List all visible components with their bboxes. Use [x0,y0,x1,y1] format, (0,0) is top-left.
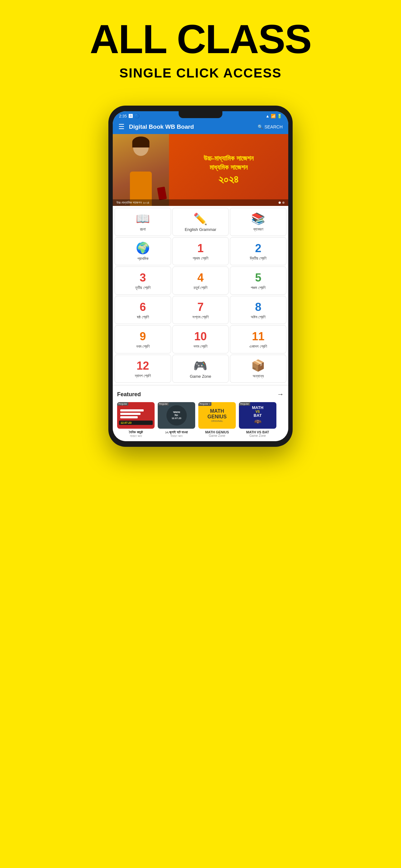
menu-icon[interactable]: ☰ [119,123,125,131]
banner-caption-text: উচ্চ-মাধ্যামিক সাজেশন ২০২৪ [116,200,149,205]
class6-icon: 6 [140,302,146,313]
rachana-label: রচনা [140,227,146,232]
headline: ALL CLASS [90,19,311,59]
card4-title: MATH VS BAT [239,430,276,434]
regular-badge-4: Regular [239,402,250,406]
banner-image [113,134,169,206]
card1-title: দৈনিক কারেন্ট [117,430,155,434]
featured-card-july[interactable]: Regular আজকেরদিনে12.07.23 ১২ জুলাই ঘটে য… [158,402,195,438]
grid-item-class7[interactable]: 7 সপ্তম শ্রেণি [172,296,229,324]
card4-subtitle: Game Zone [239,434,276,437]
class2-label: দ্বিতীয় শ্রেণি [250,256,267,261]
grid-item-class1[interactable]: 1 প্রথম শ্রেণি [172,237,229,265]
featured-section: Featured → Regular 12.07.23 [113,386,288,441]
search-label: SEARCH [265,124,282,129]
class2-icon: 2 [255,243,261,254]
mvb-math-text: MATH [252,406,264,410]
grid-item-other[interactable]: 📦 অন্যান্য [230,354,287,383]
gamezone-label: Game Zone [190,374,211,379]
grid-item-class12[interactable]: 12 দ্বাদশ শ্রেণি [114,354,171,383]
search-button[interactable]: 🔍 SEARCH [258,124,282,129]
class6-label: ষষ্ঠ শ্রেণি [137,315,149,320]
featured-card-math-genius[interactable]: Regular ৩ MATHGENIUS ORIGINAL MATH GENIU… [198,402,236,438]
featured-title: Featured [117,391,141,398]
byakaran-label: ব্যাকরণ [253,227,263,232]
math-genius-text: MATHGENIUS [207,408,226,419]
class10-icon: 10 [194,331,207,342]
grid-item-rachana[interactable]: 📖 রচনা [114,208,171,236]
location-icon: 🔵 [135,114,140,118]
featured-header: Featured → [117,390,284,398]
class9-icon: 9 [140,331,146,342]
english-grammar-icon: ✏️ [193,213,207,225]
mvb-bat-text: BAT [254,413,262,418]
class7-icon: 7 [197,302,204,313]
class4-icon: 4 [197,272,204,283]
class5-icon: 5 [255,272,261,283]
banner-text-area: উচ্চ-মাধ্যামিক সাজেশন মাধ্যমিক সাজেশন ২০… [169,151,288,189]
class3-icon: 3 [140,272,146,283]
banner-text-2: মাধ্যমিক সাজেশন [174,163,283,172]
grid-item-byakaran[interactable]: 📚 ব্যাকরণ [230,208,287,236]
banner-caption-bar: উচ্চ-মাধ্যামিক সাজেশন ২০২৪ [113,199,288,206]
featured-card-math-vs-bat[interactable]: Regular MATH VS BAT 🦇 MATH VS BAT Game Z… [239,402,276,438]
class4-label: চতুর্থ শ্রেণি [194,285,208,290]
other-label: অন্যান্য [253,374,264,379]
card2-title: ১২ জুলাই ঘটে যাওয়া [158,430,195,434]
phone-notch [179,111,222,118]
gamezone-icon: 🎮 [193,360,207,372]
notification-icon: 🅰 [129,114,133,118]
class11-label: একাদশ শ্রেণি [249,344,267,349]
card1-date: 12.07.23 [119,421,153,425]
featured-arrow[interactable]: → [277,390,284,398]
banner-text-1: উচ্চ-মাধ্যামিক সাজেশন [174,154,283,163]
regular-badge-2: Regular [158,402,169,406]
prathomik-label: প্রাথমিক [137,256,148,261]
grid-item-class5[interactable]: 5 পঞ্চম শ্রেণি [230,267,287,294]
subheadline: SINGLE CLICK ACCESS [119,66,281,81]
grid-item-class6[interactable]: 6 ষষ্ঠ শ্রেণি [114,296,171,324]
app-bar: ☰ Digital Book WB Board 🔍 SEARCH [113,120,288,134]
grid-item-class10[interactable]: 10 দশম শ্রেণি [172,325,229,353]
grid-item-english-grammar[interactable]: ✏️ English Grammar [172,208,229,236]
july-inner: আজকেরদিনে12.07.23 [166,405,187,426]
class5-label: পঞ্চম শ্রেণি [251,285,265,290]
rachana-icon: 📖 [136,213,150,224]
card3-subtitle: Game Zone [198,434,236,437]
wifi-icon: ▲ [265,114,269,118]
banner-dots [278,202,285,204]
class1-icon: 1 [197,243,204,254]
featured-card-daily-current[interactable]: Regular 12.07.23 দৈনিক কারেন্ট সাধারণ জ্… [117,402,155,438]
featured-list: Regular 12.07.23 দৈনিক কারেন্ট সাধারণ জ্… [117,402,284,438]
status-time: 2:35 [119,114,127,118]
class11-icon: 11 [252,331,265,342]
other-icon: 📦 [251,360,265,371]
class7-label: সপ্তম শ্রেণি [192,315,209,320]
class12-label: দ্বাদশ শ্রেণি [135,373,151,378]
english-grammar-label: English Grammar [185,227,216,232]
grid-item-class2[interactable]: 2 দ্বিতীয় শ্রেণি [230,237,287,265]
grid-item-gamezone[interactable]: 🎮 Game Zone [172,354,229,383]
grid-item-class3[interactable]: 3 তৃতীয় শ্রেণি [114,267,171,294]
grid-item-class8[interactable]: 8 অষ্টম শ্রেণি [230,296,287,324]
phone-frame: 2:35 🅰 🔵 ▲ 📶 🔋 ☰ Digital Book WB Board 🔍… [108,105,293,447]
card3-title: MATH GENIUS [198,430,236,434]
grid-item-prathomik[interactable]: 🌍 প্রাথমিক [114,237,171,265]
math-original-text: ORIGINAL [211,420,223,423]
battery-icon: 🔋 [277,114,282,118]
phone-screen: 2:35 🅰 🔵 ▲ 📶 🔋 ☰ Digital Book WB Board 🔍… [113,111,288,441]
regular-badge-3: Regular ৩ [198,402,211,406]
banner[interactable]: উচ্চ-মাধ্যামিক সাজেশন মাধ্যমিক সাজেশন ২০… [113,134,288,206]
class10-label: দশম শ্রেণি [194,344,208,349]
grid-item-class11[interactable]: 11 একাদশ শ্রেণি [230,325,287,353]
grid-item-class4[interactable]: 4 চতুর্থ শ্রেণি [172,267,229,294]
grid-item-class9[interactable]: 9 নবম শ্রেণি [114,325,171,353]
grid-container: 📖 রচনা ✏️ English Grammar 📚 ব্যাকরণ 🌍 প্… [113,206,288,384]
card2-subtitle: সাধারণ জ্ঞান [158,434,195,438]
prathomik-icon: 🌍 [136,243,150,254]
class8-icon: 8 [255,302,261,313]
class1-label: প্রথম শ্রেণি [193,256,208,261]
class12-icon: 12 [136,360,149,372]
card1-subtitle: সাধারণ জ্ঞান [117,434,155,438]
signal-icon: 📶 [271,114,276,118]
